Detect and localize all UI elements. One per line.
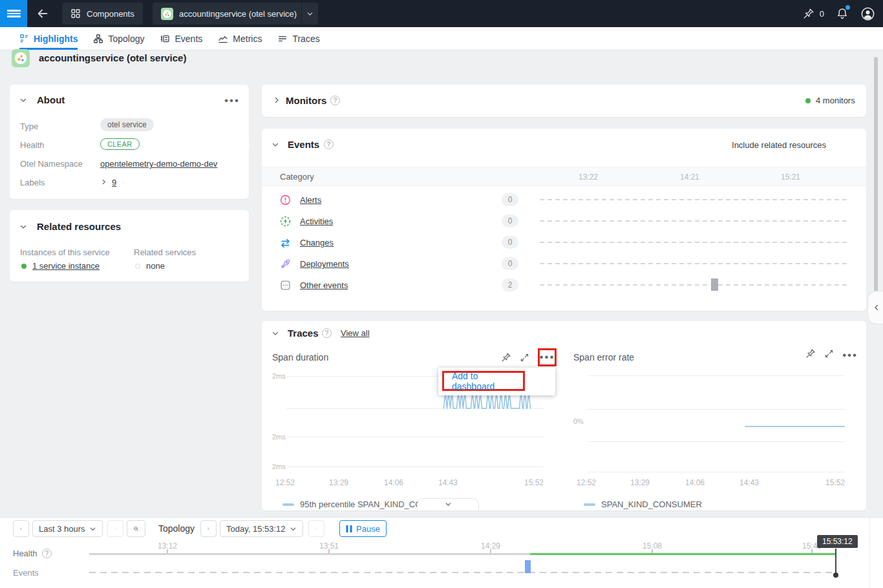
collapse-traces-drawer-button[interactable] xyxy=(417,498,479,510)
x-axis-label: 15:52 xyxy=(520,478,544,487)
top-bar: Components accountingservice (otel servi… xyxy=(0,0,883,27)
pin-chart-button[interactable] xyxy=(805,348,816,359)
events-timeline-tick: 14:21 xyxy=(676,173,704,182)
view-all-link[interactable]: View all xyxy=(341,328,370,338)
time-range-dropdown[interactable]: Last 3 hours xyxy=(32,520,103,537)
other-events-marker-bar[interactable] xyxy=(711,278,718,291)
events-timeline-dashes[interactable] xyxy=(89,572,835,573)
health-timeline-gray[interactable] xyxy=(89,553,530,555)
tab-events[interactable]: Events xyxy=(160,27,202,50)
back-button[interactable] xyxy=(36,6,50,21)
back-arrow-icon xyxy=(36,6,50,21)
events-row-label: Events xyxy=(13,568,39,578)
tab-metrics-label: Metrics xyxy=(233,34,262,44)
pin-icon xyxy=(803,8,814,19)
service-instance-link[interactable]: 1 service instance xyxy=(32,261,100,271)
vertical-scrollbar[interactable] xyxy=(874,57,878,295)
zoom-out-icon xyxy=(133,524,139,534)
about-menu-button[interactable]: ••• xyxy=(224,98,240,104)
add-to-dashboard-menu-item[interactable]: Add to dashboard xyxy=(442,371,525,391)
chevron-right-icon xyxy=(114,525,117,532)
notifications-button[interactable] xyxy=(836,7,849,20)
labels-expand-chevron[interactable] xyxy=(100,178,107,185)
events-timeline-tick: 13:22 xyxy=(574,173,602,182)
y-axis-label: 2ms xyxy=(272,372,286,380)
health-row-label: Health xyxy=(13,549,37,558)
expand-chart-button[interactable] xyxy=(824,349,834,359)
expand-chart-button[interactable] xyxy=(520,353,529,362)
tab-traces[interactable]: Traces xyxy=(277,27,319,50)
health-timeline-green[interactable] xyxy=(530,553,836,555)
components-tab[interactable]: Components xyxy=(62,3,143,25)
alerts-icon xyxy=(280,194,291,205)
deployments-link[interactable]: Deployments xyxy=(300,259,349,269)
expand-monitors-button[interactable] xyxy=(273,96,281,104)
labels-count-link[interactable]: 9 xyxy=(112,178,116,187)
collapse-about-button[interactable] xyxy=(19,96,27,104)
alerts-timeline xyxy=(540,199,847,200)
changes-timeline xyxy=(540,242,847,243)
page-title-icon xyxy=(12,49,30,67)
chevron-down-icon xyxy=(444,500,452,509)
tab-traces-label: Traces xyxy=(292,34,319,44)
x-axis-label: 14:43 xyxy=(735,478,763,487)
health-label: Health xyxy=(20,140,45,150)
monitors-title: Monitors xyxy=(286,95,326,106)
service-tab[interactable]: accountingservice (otel service) xyxy=(153,3,304,25)
span-error-rate-title: Span error rate xyxy=(573,352,634,362)
events-help-icon[interactable]: ? xyxy=(324,140,334,149)
traces-icon xyxy=(277,34,288,44)
pause-label: Pause xyxy=(356,524,380,534)
other-events-timeline xyxy=(540,284,847,286)
tab-highlights-label: Highlights xyxy=(34,34,78,44)
related-services-value: none xyxy=(146,261,165,271)
pause-icon xyxy=(346,525,352,532)
other-events-link[interactable]: Other events xyxy=(300,280,348,290)
x-axis-label: 12:52 xyxy=(271,478,299,487)
time-cursor-line[interactable] xyxy=(835,549,836,575)
tab-topology[interactable]: Topology xyxy=(93,27,144,50)
y-axis-label: 0% xyxy=(573,417,584,425)
type-label: Type xyxy=(20,121,38,131)
changes-count-badge: 0 xyxy=(502,236,518,249)
collapse-events-button[interactable] xyxy=(271,141,279,149)
tab-metrics[interactable]: Metrics xyxy=(218,27,262,50)
events-marker-bar[interactable] xyxy=(525,560,531,573)
range-back-button[interactable] xyxy=(13,520,29,537)
hamburger-menu-button[interactable] xyxy=(0,0,27,27)
changes-link[interactable]: Changes xyxy=(300,238,334,247)
chart-menu-button[interactable]: ••• xyxy=(842,348,858,359)
chevron-down-icon xyxy=(306,10,314,18)
page-title: accountingservice (otel service) xyxy=(39,52,186,63)
collapse-related-button[interactable] xyxy=(19,223,27,231)
traces-help-icon[interactable]: ? xyxy=(322,328,332,338)
avatar-icon xyxy=(860,6,875,21)
service-tab-dropdown-button[interactable] xyxy=(301,3,318,25)
monitors-help-icon[interactable]: ? xyxy=(330,96,340,105)
pin-chart-button[interactable] xyxy=(501,352,511,362)
service-icon xyxy=(161,8,173,20)
category-column-header: Category xyxy=(280,172,314,182)
right-panel-expand-handle[interactable] xyxy=(867,291,883,324)
pinned-views-button[interactable]: 0 xyxy=(803,8,824,19)
activities-link[interactable]: Activities xyxy=(300,216,333,226)
tab-highlights[interactable]: Highlights xyxy=(19,27,78,50)
x-axis-label: 13:29 xyxy=(626,478,654,487)
collapse-traces-button[interactable] xyxy=(271,330,279,337)
snapshot-forward-button[interactable] xyxy=(308,520,324,537)
namespace-link[interactable]: opentelemetry-demo-demo-dev xyxy=(100,159,217,169)
range-forward-button[interactable] xyxy=(107,520,123,537)
legend-label: 95th percentile SPAN_KIND_CONSUMER xyxy=(300,499,433,509)
time-control-bar: Last 3 hours Topology Today, 15:53:12 Pa… xyxy=(0,517,883,588)
legend-swatch xyxy=(282,503,294,506)
pause-button[interactable]: Pause xyxy=(339,520,387,537)
health-help-icon[interactable]: ? xyxy=(42,549,52,558)
snapshot-back-button[interactable] xyxy=(200,520,217,537)
zoom-out-button[interactable] xyxy=(127,520,145,537)
alerts-link[interactable]: Alerts xyxy=(300,195,321,205)
snapshot-time-dropdown[interactable]: Today, 15:53:12 xyxy=(220,520,303,537)
chart-menu-button[interactable]: ••• xyxy=(540,354,555,361)
deployments-icon xyxy=(280,258,291,269)
user-avatar-button[interactable] xyxy=(860,6,875,21)
related-services-dot xyxy=(135,264,140,269)
